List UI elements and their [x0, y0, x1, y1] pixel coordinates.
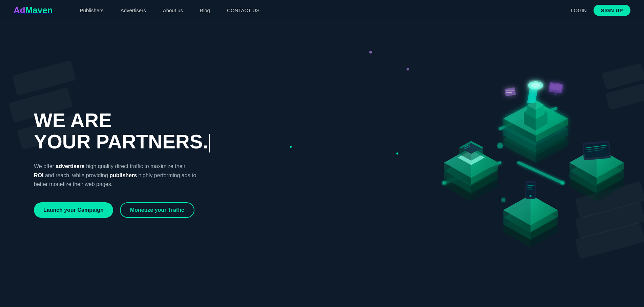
nav-right: LOGIN SIGN UP [571, 5, 630, 16]
svg-point-22 [531, 83, 540, 88]
cursor-blink [209, 134, 210, 152]
monetize-traffic-button[interactable]: Monetize your Traffic [120, 202, 194, 218]
hero-description: We offer advertisers high quality direct… [34, 162, 196, 189]
signup-button[interactable]: SIGN UP [594, 5, 630, 16]
nav-blog[interactable]: Blog [200, 7, 210, 13]
svg-point-75 [442, 181, 446, 185]
nav-publishers[interactable]: Publishers [80, 7, 104, 13]
hero-content: WE ARE YOUR PARTNERS. We offer advertise… [34, 109, 210, 218]
svg-point-77 [501, 198, 505, 202]
nav-advertisers[interactable]: Advertisers [121, 7, 146, 13]
launch-campaign-button[interactable]: Launch your Campaign [34, 202, 113, 218]
nav-links: Publishers Advertisers About us Blog CON… [80, 7, 571, 13]
svg-point-74 [497, 143, 503, 148]
nav-contact[interactable]: CONTACT US [227, 7, 259, 13]
desc-roi: ROI [34, 172, 43, 178]
nav-about[interactable]: About us [163, 7, 183, 13]
desc-advertisers: advertisers [56, 163, 84, 169]
logo-maven: Maven [25, 5, 53, 15]
svg-rect-23 [504, 87, 516, 97]
svg-line-2 [519, 163, 563, 183]
navbar: AdMaven Publishers Advertisers About us … [0, 0, 644, 20]
desc-publishers: publishers [109, 172, 137, 178]
svg-point-73 [529, 195, 532, 197]
login-button[interactable]: LOGIN [571, 7, 587, 13]
hero-illustration [373, 34, 627, 271]
svg-line-28 [556, 93, 556, 95]
hero-title-line2: YOUR PARTNERS. [34, 130, 208, 152]
hero-section: WE ARE YOUR PARTNERS. We offer advertise… [0, 20, 644, 307]
svg-point-76 [561, 181, 565, 185]
logo[interactable]: AdMaven [14, 5, 80, 16]
hero-title: WE ARE YOUR PARTNERS. [34, 109, 210, 153]
logo-ad: Ad [14, 5, 25, 15]
hero-buttons: Launch your Campaign Monetize your Traff… [34, 202, 210, 218]
hero-title-line1: WE ARE [34, 109, 112, 131]
